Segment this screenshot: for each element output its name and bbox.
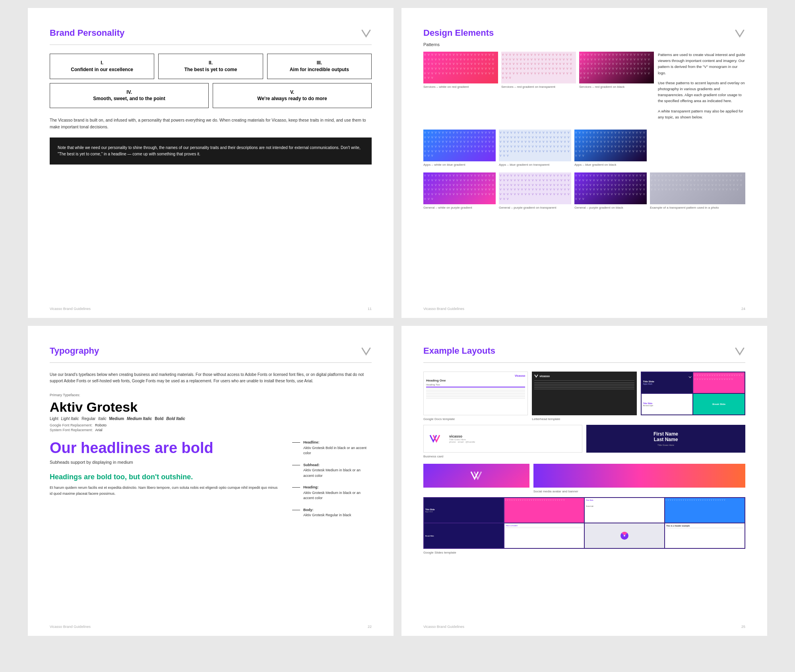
spec-line (292, 487, 300, 488)
pattern-photo-example: v v v v v v v v v v v v v v v v v v v v … (650, 172, 745, 210)
pattern-blue-transparent: v v v v v v v v v v v v v v v v v v v v … (499, 130, 571, 167)
footer-brand: Vicasso Brand Guidelines (50, 625, 91, 629)
font-weights: Light Light Italic Regular Italic Medium… (50, 416, 372, 421)
layout-caption-business-card: Business card (423, 455, 582, 458)
page-number: 22 (368, 625, 372, 629)
trait-box-5: V. We're always ready to do more (213, 83, 372, 108)
pattern-caption-6: Apps – blue gradient on transparent (499, 163, 571, 167)
divider (50, 45, 372, 45)
weight-italic: Italic (98, 416, 107, 421)
pattern-caption-3: Services – red gradient on black (579, 85, 654, 89)
pattern-box: v v v v v v v v v v v v v v v v v v v v … (499, 172, 571, 204)
v-pattern-overlay: v v v v v v v v v v v v v v v v v v v v … (501, 52, 576, 83)
spec-body: Body: Aktiv Grotesk Regular in black (292, 507, 372, 518)
spec-line (292, 442, 300, 443)
system-font-row: System Font Replacement: Arial (50, 428, 372, 432)
doc-line (426, 390, 525, 391)
spec-subhead: Subhead: Aktiv Grotesk Medium in black o… (292, 463, 372, 479)
description-text-1: Patterns are used to create visual inter… (658, 52, 745, 76)
pattern-caption-11: General – purple gradient on black (574, 206, 647, 210)
v-pattern-photo-overlay: v v v v v v v v v v v v v v v v v v v v … (650, 172, 745, 204)
page-number: 11 (368, 307, 372, 311)
social-banner-layout: Social media avatar and banner (533, 464, 745, 493)
spec-value-headline: Aktiv Grotesk Bold in black or an accent… (303, 446, 366, 455)
description-text-3: A white transparent pattern may also be … (658, 108, 745, 120)
font-name-display: Aktiv Grotesk (50, 399, 372, 415)
pattern-box: v v v v v v v v v v v v v v v v v v v v … (423, 130, 496, 161)
v-pattern-overlay: v v v v v v v v v v v v v v v v v v v v … (423, 130, 496, 161)
google-slides-preview: Title Slide Apps Dark v v v v v v v v v … (423, 497, 745, 549)
weight-bold-italic: Bold Italic (166, 416, 185, 421)
v-pattern-overlay: v v v v v v v v v v v v v v v v v v v v … (423, 172, 496, 204)
primary-typefaces-label: Primary Typefaces: (50, 393, 372, 397)
spec-text: Subhead: Aktiv Grotesk Medium in black o… (303, 463, 372, 479)
subhead-support: Subheads support by displaying in medium (50, 460, 280, 465)
big-headline: Our headlines are bold (50, 440, 280, 457)
weight-bold: Bold (155, 416, 163, 421)
layout-caption-google-slides: Google Slides template (423, 551, 745, 554)
page-footer: Vicasso Brand Guidelines 24 (423, 307, 745, 311)
page-number: 25 (741, 625, 745, 629)
business-card-preview: vicasso Title Goes Here phone · email · … (423, 425, 582, 453)
v-pattern-overlay: v v v v v v v v v v v v v v v v v v v v … (579, 52, 654, 83)
page-header: Typography (50, 346, 372, 357)
doc-line (426, 396, 525, 397)
body-sample: Et harum quidem rerum facilis est et exp… (50, 485, 280, 496)
business-card-layout: vicasso Title Goes Here phone · email · … (423, 425, 582, 458)
typography-page: Typography Use our brand's typefaces bel… (28, 326, 394, 636)
pattern-red-gradient: v v v v v v v v v v v v v v v v v v v v … (423, 52, 498, 124)
v-pattern-overlay: v v v v v v v v v v v v v v v v v v v v … (574, 130, 647, 161)
system-font-value: Arial (95, 428, 103, 432)
footer-brand: Vicasso Brand Guidelines (423, 307, 464, 311)
page-header: Brand Personality (50, 28, 372, 39)
section-title: Design Elements (423, 28, 494, 38)
vicasso-logo-icon (361, 346, 372, 357)
brand-personality-page: Brand Personality I. Confident in our ex… (28, 8, 394, 318)
pattern-caption-12: Example of a transparent pattern used in… (650, 206, 745, 210)
page-footer: Vicasso Brand Guidelines 25 (423, 625, 745, 629)
spec-label-subhead: Subhead: (303, 463, 320, 467)
traits-grid-row2: IV. Smooth, sweet, and to the point V. W… (50, 83, 372, 108)
page-header: Example Layouts (423, 346, 745, 357)
doc-line (426, 388, 525, 389)
pattern-box-photo: v v v v v v v v v v v v v v v v v v v v … (650, 172, 745, 204)
layout-caption-docs: Google Docs template (423, 417, 528, 421)
layout-caption-letterhead: Letterhead template (532, 417, 636, 421)
typo-right: Headline: Aktiv Grotesk Bold in black or… (292, 440, 372, 525)
patterns-label: Patterns (423, 42, 745, 47)
trait-label-1: Confident in our excellence (71, 67, 133, 72)
divider (50, 362, 372, 363)
slides-preview: Title Slide Apps Dark v v v v v v v v v … (641, 372, 745, 415)
trait-box-1: I. Confident in our excellence (50, 54, 154, 79)
page-header: Design Elements (423, 28, 745, 39)
letterhead-layout: vicasso Letterhead template (532, 372, 636, 421)
google-docs-layout: Vicasso Heading One Heading Two (423, 372, 528, 421)
trait-roman-4: IV. (55, 89, 204, 96)
name-card-inner: First Name Last Name Title Goes Here (586, 425, 745, 453)
v-pattern-overlay: v v v v v v v v v v v v v v v v v v v v … (499, 172, 571, 204)
pattern-blue-gradient: v v v v v v v v v v v v v v v v v v v v … (423, 130, 496, 167)
social-avatar-preview (423, 464, 529, 488)
google-font-value: Roboto (95, 423, 107, 427)
pattern-box: v v v v v v v v v v v v v v v v v v v v … (501, 52, 576, 83)
pattern-caption-10: General – purple gradient on transparent (499, 206, 571, 210)
google-docs-preview: Vicasso Heading One Heading Two (423, 372, 528, 415)
design-elements-page: Design Elements Patterns v v v v v v v v… (401, 8, 767, 318)
name-card-layout: First Name Last Name Title Goes Here (586, 425, 745, 458)
trait-box-2: II. The best is yet to come (158, 54, 263, 79)
typo-center: Our headlines are bold Subheads support … (50, 440, 280, 525)
pattern-box: v v v v v v v v v v v v v v v v v v v v … (423, 172, 496, 204)
layout-caption-banner: Social media avatar and banner (533, 490, 745, 493)
google-font-row: Google Font Replacement: Roboto (50, 423, 372, 427)
google-slides-layout: Title Slide Apps Dark v v v v v v v v v … (423, 497, 745, 554)
spec-line (292, 510, 300, 510)
social-avatar-layout (423, 464, 529, 493)
doc-line (426, 393, 525, 394)
doc-line (426, 395, 525, 395)
layouts-top-row: Vicasso Heading One Heading Two (423, 372, 745, 421)
footer-brand: Vicasso Brand Guidelines (423, 625, 464, 629)
page-number: 24 (741, 307, 745, 311)
spec-heading: Heading: Aktiv Grotesk Medium in black o… (292, 485, 372, 501)
pattern-blue-black: v v v v v v v v v v v v v v v v v v v v … (574, 130, 647, 167)
pattern-red-black: v v v v v v v v v v v v v v v v v v v v … (579, 52, 654, 124)
